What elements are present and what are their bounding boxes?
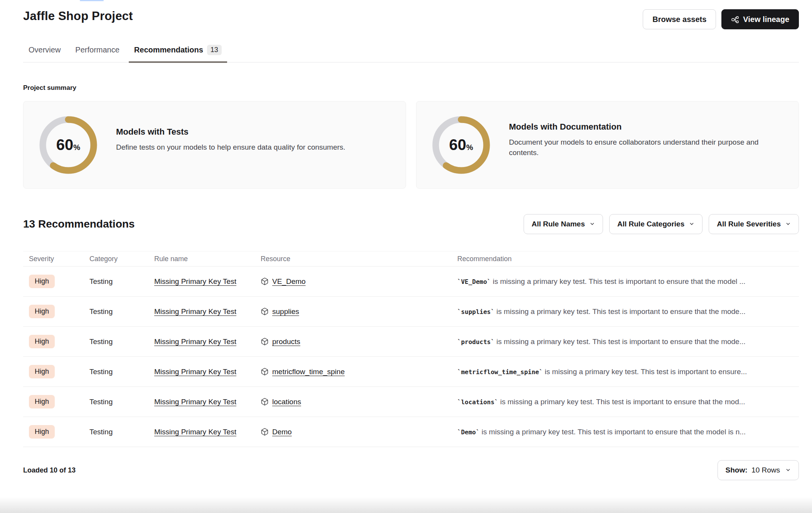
- top-blue-bar: [80, 0, 104, 1]
- resource-link[interactable]: supplies: [272, 307, 299, 316]
- category-cell: Testing: [89, 368, 154, 376]
- severity-badge: High: [29, 365, 55, 378]
- severity-badge: High: [29, 275, 55, 288]
- table-row: High Testing Missing Primary Key Test pr…: [23, 327, 799, 357]
- column-header-category: Category: [89, 255, 154, 263]
- view-lineage-label: View lineage: [743, 15, 789, 24]
- project-page: Jaffle Shop Project Browse assets View l…: [0, 0, 812, 513]
- docs-donut-chart: 60%: [432, 116, 490, 174]
- column-header-severity: Severity: [29, 255, 89, 263]
- show-value: 10 Rows: [751, 466, 780, 474]
- rule-name-link[interactable]: Missing Primary Key Test: [154, 428, 236, 436]
- show-label: Show:: [726, 466, 748, 474]
- lineage-graph-icon: [731, 15, 739, 24]
- severity-badge: High: [29, 305, 55, 318]
- tab-recommendations-count-badge: 13: [207, 45, 222, 55]
- tab-overview[interactable]: Overview: [23, 45, 66, 63]
- tests-card-title: Models with Tests: [116, 127, 345, 137]
- category-cell: Testing: [89, 338, 154, 346]
- rule-severities-filter[interactable]: All Rule Severities: [709, 214, 799, 234]
- rule-names-filter-label: All Rule Names: [532, 220, 585, 228]
- browse-assets-button[interactable]: Browse assets: [643, 9, 716, 29]
- tab-performance[interactable]: Performance: [70, 45, 125, 63]
- rule-categories-filter[interactable]: All Rule Categories: [609, 214, 702, 234]
- table-row: High Testing Missing Primary Key Test VE…: [23, 267, 799, 297]
- resource-link[interactable]: VE_Demo: [272, 277, 306, 286]
- package-icon: [261, 428, 269, 436]
- severity-badge: High: [29, 425, 55, 439]
- package-icon: [261, 338, 269, 346]
- browse-assets-label: Browse assets: [652, 15, 706, 24]
- package-icon: [261, 398, 269, 406]
- tab-performance-label: Performance: [75, 46, 120, 54]
- table-header-row: Severity Category Rule name Resource Rec…: [23, 251, 799, 267]
- chevron-down-icon: [785, 466, 791, 474]
- recommendation-code: `locations`: [457, 398, 498, 406]
- tests-card-text: Models with Tests Define tests on your m…: [116, 127, 357, 153]
- table-row: High Testing Missing Primary Key Test su…: [23, 297, 799, 327]
- recommendation-text: is missing a primary key test. This test…: [494, 307, 745, 316]
- recommendation-text: is missing a primary key test. This test…: [494, 338, 745, 346]
- tab-overview-label: Overview: [29, 46, 61, 54]
- package-icon: [261, 277, 269, 285]
- category-cell: Testing: [89, 307, 154, 316]
- recommendations-header: 13 Recommendations All Rule Names All Ru…: [23, 214, 799, 234]
- tab-bar: Overview Performance Recommendations 13: [23, 45, 799, 62]
- recommendation-code: `products`: [457, 338, 494, 346]
- column-header-resource: Resource: [261, 255, 457, 263]
- resource-link[interactable]: locations: [272, 398, 301, 406]
- rule-name-link[interactable]: Missing Primary Key Test: [154, 398, 236, 406]
- chevron-down-icon: [785, 220, 791, 228]
- page-header: Jaffle Shop Project Browse assets View l…: [23, 0, 799, 29]
- summary-cards: 60% Models with Tests Define tests on yo…: [23, 101, 799, 189]
- tests-donut-value: 60%: [39, 116, 98, 174]
- rule-categories-filter-label: All Rule Categories: [617, 220, 684, 228]
- category-cell: Testing: [89, 428, 154, 436]
- tab-recommendations-label: Recommendations: [134, 46, 203, 54]
- package-icon: [261, 368, 269, 376]
- rule-name-link[interactable]: Missing Primary Key Test: [154, 338, 236, 346]
- docs-card-description: Document your models to ensure collabora…: [509, 137, 772, 158]
- chevron-down-icon: [590, 220, 595, 228]
- column-header-recommendation: Recommendation: [457, 255, 799, 263]
- rule-name-link[interactable]: Missing Primary Key Test: [154, 307, 236, 316]
- tests-card-description: Define tests on your models to help ensu…: [116, 142, 345, 153]
- recommendations-title: 13 Recommendations: [23, 218, 135, 230]
- filter-bar: All Rule Names All Rule Categories All R…: [524, 214, 799, 234]
- models-with-documentation-card: 60% Models with Documentation Document y…: [416, 101, 799, 189]
- recommendations-table: Severity Category Rule name Resource Rec…: [23, 251, 799, 447]
- table-row: High Testing Missing Primary Key Test me…: [23, 357, 799, 387]
- rule-severities-filter-label: All Rule Severities: [717, 220, 781, 228]
- loaded-count-text: Loaded 10 of 13: [23, 466, 76, 474]
- bottom-fade: [0, 497, 812, 513]
- tests-donut-chart: 60%: [39, 116, 98, 174]
- category-cell: Testing: [89, 277, 154, 286]
- resource-link[interactable]: metricflow_time_spine: [272, 368, 345, 376]
- rule-name-link[interactable]: Missing Primary Key Test: [154, 277, 236, 285]
- recommendation-text: is missing a primary key test. This test…: [498, 398, 745, 406]
- recommendation-text: is missing a primary key test. This test…: [543, 368, 747, 376]
- resource-link[interactable]: Demo: [272, 428, 292, 436]
- page-title: Jaffle Shop Project: [23, 9, 133, 23]
- rule-names-filter[interactable]: All Rule Names: [524, 214, 603, 234]
- header-actions: Browse assets View lineage: [643, 9, 799, 29]
- rows-per-page-select[interactable]: Show: 10 Rows: [718, 460, 799, 480]
- docs-donut-value: 60%: [432, 116, 490, 174]
- resource-link[interactable]: products: [272, 338, 300, 346]
- package-icon: [261, 307, 269, 316]
- severity-badge: High: [29, 395, 55, 408]
- severity-badge: High: [29, 335, 55, 348]
- models-with-tests-card: 60% Models with Tests Define tests on yo…: [23, 101, 406, 189]
- view-lineage-button[interactable]: View lineage: [721, 9, 799, 29]
- docs-card-title: Models with Documentation: [509, 122, 772, 132]
- tab-recommendations[interactable]: Recommendations 13: [129, 45, 227, 63]
- rule-name-link[interactable]: Missing Primary Key Test: [154, 368, 236, 376]
- column-header-rule-name: Rule name: [154, 255, 261, 263]
- docs-card-text: Models with Documentation Document your …: [509, 122, 783, 158]
- recommendation-text: is missing a primary key test. This test…: [480, 428, 746, 436]
- recommendation-code: `metricflow_time_spine`: [457, 368, 543, 376]
- table-row: High Testing Missing Primary Key Test De…: [23, 417, 799, 447]
- category-cell: Testing: [89, 398, 154, 406]
- recommendation-code: `VE_Demo`: [457, 278, 491, 285]
- chevron-down-icon: [689, 220, 694, 228]
